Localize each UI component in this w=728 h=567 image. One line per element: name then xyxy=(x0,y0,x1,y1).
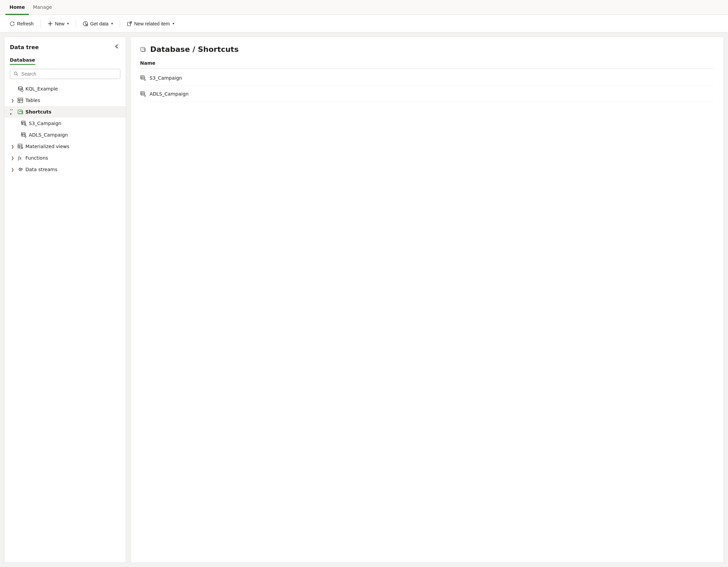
plus-icon xyxy=(47,21,53,26)
svg-text:fx: fx xyxy=(18,156,22,161)
adls-campaign-label: ADLS_Campaign xyxy=(29,132,68,138)
svg-rect-29 xyxy=(141,76,144,79)
main-content: Data tree Database xyxy=(0,33,728,567)
data-streams-label: Data streams xyxy=(25,167,57,172)
svg-point-27 xyxy=(20,169,21,170)
new-chevron-icon: ▾ xyxy=(67,22,69,25)
tables-label: Tables xyxy=(25,98,40,103)
new-label: New xyxy=(55,21,64,26)
svg-point-38 xyxy=(144,95,146,97)
get-data-chevron-icon: ▾ xyxy=(111,22,113,25)
materialized-views-label: Materialized views xyxy=(25,144,70,149)
svg-rect-21 xyxy=(18,144,22,148)
functions-icon: fx xyxy=(17,155,23,161)
svg-point-4 xyxy=(18,87,22,88)
new-related-item-label: New related item xyxy=(134,21,170,26)
svg-rect-34 xyxy=(141,92,144,95)
new-related-item-icon xyxy=(127,21,132,26)
data-streams-chevron: ❯ xyxy=(10,167,15,172)
toolbar-divider-1 xyxy=(40,20,41,28)
tree-item-materialized-views[interactable]: ❯ Materialized views xyxy=(4,141,126,152)
left-panel-header: Data tree xyxy=(4,37,126,52)
adls-campaign-row-label: ADLS_Campaign xyxy=(150,91,189,97)
tree-item-functions[interactable]: ❯ fx Functions xyxy=(4,152,126,164)
get-data-label: Get data xyxy=(90,21,109,26)
refresh-icon xyxy=(9,21,15,26)
left-panel: Data tree Database xyxy=(4,37,126,563)
svg-point-15 xyxy=(25,125,26,126)
name-column-header: Name xyxy=(140,60,155,66)
right-panel: Database / Shortcuts Name xyxy=(130,37,724,563)
tree-item-adls-campaign[interactable]: ADLS_Campaign xyxy=(4,129,126,141)
s3-campaign-label: S3_Campaign xyxy=(29,121,61,126)
get-data-icon xyxy=(83,21,88,26)
svg-rect-11 xyxy=(21,121,25,125)
refresh-label: Refresh xyxy=(17,21,34,26)
get-data-button[interactable]: Get data ▾ xyxy=(79,19,117,28)
shortcuts-icon xyxy=(17,109,23,115)
new-related-item-button[interactable]: New related item ▾ xyxy=(123,19,178,28)
db-tab-row: Database xyxy=(4,52,126,65)
refresh-button[interactable]: Refresh xyxy=(5,19,38,28)
kql-spacer xyxy=(10,86,15,92)
tree-item-tables[interactable]: ❯ Tables xyxy=(4,95,126,106)
table-row[interactable]: ADLS_Campaign xyxy=(140,86,714,102)
collapse-button[interactable] xyxy=(112,42,120,52)
new-related-item-chevron-icon: ▾ xyxy=(173,22,174,25)
s3-campaign-row-label: S3_Campaign xyxy=(150,75,182,81)
tree-item-kql-example[interactable]: KQL_Example xyxy=(4,83,126,95)
functions-label: Functions xyxy=(25,155,48,161)
adls-row-icon xyxy=(140,91,146,97)
database-tab[interactable]: Database xyxy=(10,56,35,65)
tree-item-s3-campaign[interactable]: S3_Campaign xyxy=(4,118,126,129)
svg-point-33 xyxy=(144,79,146,81)
right-panel-header: Database / Shortcuts xyxy=(131,37,724,60)
data-tree-title: Data tree xyxy=(10,44,39,50)
database-icon xyxy=(17,86,23,92)
tables-chevron: ❯ xyxy=(10,98,15,103)
materialized-chevron: ❯ xyxy=(10,144,15,149)
search-input[interactable] xyxy=(21,71,117,77)
adls-campaign-icon xyxy=(21,132,27,138)
toolbar: Refresh New ▾ Get data ▾ New related ite… xyxy=(0,15,728,33)
kql-example-label: KQL_Example xyxy=(25,86,58,92)
s3-row-icon xyxy=(140,75,146,81)
tab-manage[interactable]: Manage xyxy=(29,0,56,15)
tree-section: KQL_Example ❯ Tables ‹› ▾ xyxy=(4,83,126,563)
svg-rect-6 xyxy=(18,98,23,103)
table-row[interactable]: S3_Campaign xyxy=(140,70,714,86)
table-header-row: Name xyxy=(140,60,714,69)
data-streams-icon xyxy=(17,166,23,173)
shortcuts-chevron: ‹› ▾ xyxy=(10,109,15,115)
right-panel-shortcuts-icon xyxy=(140,46,146,53)
toolbar-divider-2 xyxy=(76,20,76,28)
materialized-views-icon xyxy=(17,143,23,149)
svg-rect-2 xyxy=(127,22,131,26)
tab-home[interactable]: Home xyxy=(5,0,29,15)
s3-campaign-icon xyxy=(21,120,27,126)
collapse-icon xyxy=(114,44,119,49)
search-icon xyxy=(14,71,19,77)
toolbar-divider-3 xyxy=(120,20,120,28)
shortcuts-label: Shortcuts xyxy=(25,109,52,115)
top-tabs: Home Manage xyxy=(0,0,728,15)
svg-rect-16 xyxy=(21,133,25,136)
svg-point-20 xyxy=(25,136,26,138)
new-button[interactable]: New ▾ xyxy=(43,19,73,28)
functions-chevron: ❯ xyxy=(10,155,15,161)
right-panel-title: Database / Shortcuts xyxy=(150,45,239,54)
tree-item-data-streams[interactable]: ❯ Data streams xyxy=(4,164,126,175)
right-panel-table: Name S3_Campaign xyxy=(131,60,724,563)
tables-icon xyxy=(17,97,23,103)
search-box xyxy=(10,69,120,79)
tree-item-shortcuts[interactable]: ‹› ▾ Shortcuts xyxy=(4,106,126,118)
